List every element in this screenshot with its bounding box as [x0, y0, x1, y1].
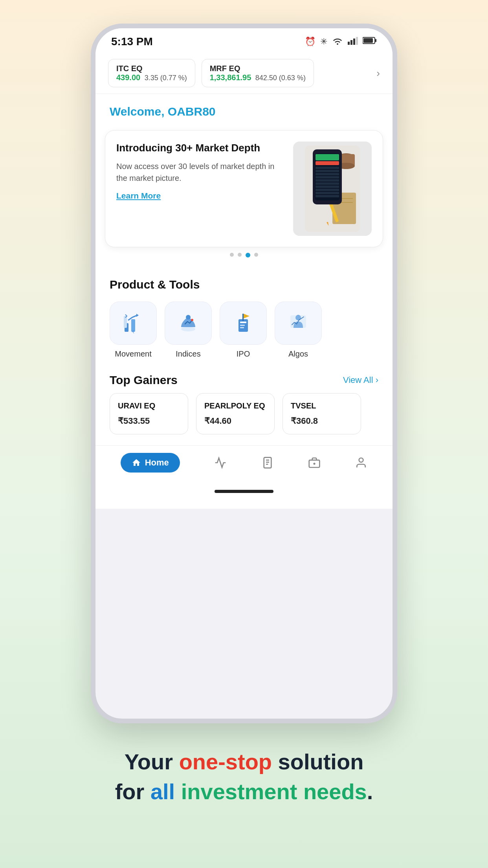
banner-phone-illustration — [305, 145, 360, 232]
nav-chart[interactable] — [214, 456, 227, 469]
banner-dots — [105, 247, 383, 261]
movement-label: Movement — [115, 349, 151, 359]
svg-rect-5 — [363, 38, 373, 43]
algos-icon-box — [275, 302, 322, 345]
status-bar: 5:13 PM ⏰ ✳ — [95, 28, 393, 53]
view-all-link[interactable]: View All › — [343, 375, 378, 385]
svg-text:₹: ₹ — [132, 330, 134, 334]
tool-movement[interactable]: ₹ Movement — [110, 302, 157, 359]
nav-portfolio[interactable] — [308, 456, 321, 469]
algos-icon — [286, 311, 310, 335]
chart-icon — [214, 456, 227, 469]
dot-1[interactable] — [230, 253, 234, 257]
svg-marker-32 — [136, 314, 139, 317]
headline-your: Your — [125, 749, 179, 774]
headline-line2: for all investment needs. — [115, 779, 373, 804]
svg-rect-21 — [316, 170, 339, 172]
svg-rect-23 — [316, 176, 339, 178]
movement-icon: ₹ — [121, 311, 145, 335]
tool-algos[interactable]: Algos — [275, 302, 322, 359]
ticker-price-itc: 439.00 — [116, 73, 140, 82]
svg-rect-39 — [240, 322, 246, 323]
svg-rect-18 — [316, 154, 339, 160]
indices-label: Indices — [176, 349, 200, 359]
nav-home-label: Home — [145, 458, 169, 468]
ticker-next-arrow[interactable]: › — [376, 67, 380, 79]
home-icon — [132, 458, 141, 467]
ticker-name-mrf: MRF EQ — [210, 64, 306, 73]
gainer-price-pearlpoly: ₹44.60 — [204, 416, 266, 426]
dot-3-active[interactable] — [246, 253, 250, 257]
ticker-bar: ITC EQ 439.00 3.35 (0.77 %) MRF EQ 1,33,… — [95, 53, 393, 94]
banner-image — [293, 142, 372, 236]
svg-rect-24 — [316, 179, 339, 182]
svg-point-35 — [181, 327, 195, 331]
bluetooth-icon: ✳ — [320, 37, 327, 47]
svg-rect-40 — [240, 325, 245, 326]
gainer-card-pearlpoly[interactable]: PEARLPOLY EQ ₹44.60 — [196, 393, 275, 434]
indices-icon-box — [165, 302, 212, 345]
gainer-card-uravi[interactable]: URAVI EQ ₹533.55 — [110, 393, 188, 434]
welcome-text: Welcome, OABR80 — [110, 105, 378, 118]
tool-ipo[interactable]: IPO — [220, 302, 267, 359]
headline-all: all — [150, 779, 175, 804]
banner-desc: Now access over 30 levels of market dept… — [116, 160, 285, 184]
banner-title: Introducing 30+ Market Depth — [116, 142, 285, 155]
battery-icon — [363, 37, 377, 47]
svg-rect-19 — [316, 161, 339, 165]
bottom-text-section: Your one-stop solution for all investmen… — [84, 723, 405, 838]
headline-one-stop: one-stop — [179, 749, 272, 774]
svg-marker-43 — [244, 314, 250, 318]
gainer-card-tvsel[interactable]: TVSEL ₹360.8 — [283, 393, 361, 434]
orders-icon — [261, 456, 274, 469]
gainers-row: URAVI EQ ₹533.55 PEARLPOLY EQ ₹44.60 TVS… — [95, 393, 393, 445]
home-indicator-bar — [215, 490, 273, 493]
top-gainers-header: Top Gainers View All › — [95, 370, 393, 393]
svg-rect-27 — [316, 189, 339, 191]
bottom-nav: Home — [95, 445, 393, 482]
ticker-item-mrf[interactable]: MRF EQ 1,33,861.95 842.50 (0.63 %) — [202, 59, 314, 87]
portfolio-icon — [308, 456, 321, 469]
headline-line1: Your one-stop solution — [125, 749, 364, 774]
nav-orders[interactable] — [261, 456, 274, 469]
svg-rect-1 — [350, 40, 352, 45]
svg-rect-33 — [124, 316, 127, 328]
ipo-label: IPO — [237, 349, 250, 359]
dot-4[interactable] — [254, 253, 258, 257]
svg-rect-41 — [240, 327, 244, 328]
profile-icon — [355, 456, 367, 469]
svg-rect-20 — [316, 167, 339, 169]
signal-icon — [348, 36, 358, 47]
svg-point-37 — [191, 319, 193, 321]
svg-rect-26 — [316, 186, 339, 188]
svg-point-53 — [359, 458, 363, 462]
ticker-change-itc: 3.35 (0.77 %) — [145, 74, 187, 82]
tools-grid: ₹ Movement Indices — [95, 298, 393, 370]
products-title: Product & Tools — [110, 278, 378, 291]
svg-rect-2 — [353, 39, 355, 45]
ticker-item-itc[interactable]: ITC EQ 439.00 3.35 (0.77 %) — [108, 59, 195, 87]
svg-rect-22 — [316, 173, 339, 175]
algos-label: Algos — [288, 349, 308, 359]
svg-rect-42 — [242, 314, 244, 321]
gainer-price-tvsel: ₹360.8 — [291, 416, 353, 426]
status-time: 5:13 PM — [111, 35, 153, 48]
welcome-section: Welcome, OABR80 — [95, 94, 393, 126]
svg-rect-0 — [348, 42, 350, 45]
wifi-icon — [332, 36, 343, 47]
ipo-icon-box — [220, 302, 267, 345]
learn-more-link[interactable]: Learn More — [116, 191, 161, 200]
ticker-price-mrf: 1,33,861.95 — [210, 73, 251, 82]
ipo-icon — [231, 311, 255, 335]
movement-icon-box: ₹ — [110, 302, 157, 345]
banner-content: Introducing 30+ Market Depth Now access … — [116, 142, 285, 236]
dot-2[interactable] — [238, 253, 242, 257]
nav-profile[interactable] — [355, 456, 367, 469]
banner-card: Introducing 30+ Market Depth Now access … — [105, 130, 383, 247]
nav-home-button[interactable]: Home — [121, 453, 180, 473]
svg-rect-29 — [316, 195, 339, 197]
tool-indices[interactable]: Indices — [165, 302, 212, 359]
gainer-name-pearlpoly: PEARLPOLY EQ — [204, 401, 266, 410]
gainer-name-tvsel: TVSEL — [291, 401, 353, 410]
gainers-title: Top Gainers — [110, 373, 178, 387]
